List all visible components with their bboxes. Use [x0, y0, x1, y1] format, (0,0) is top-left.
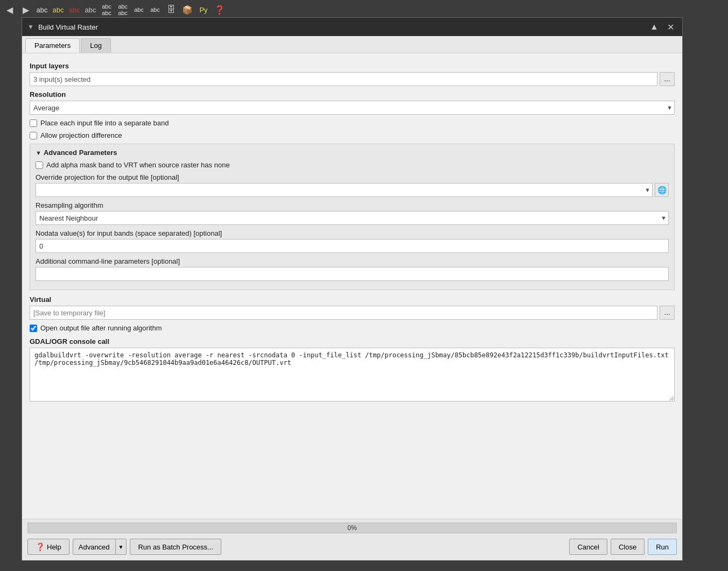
toolbar-icon-4[interactable]: abc [83, 2, 98, 17]
tab-log[interactable]: Log [81, 38, 111, 53]
progress-label: 0% [347, 524, 356, 532]
toolbar-icon-8[interactable]: abc [148, 2, 163, 17]
resampling-row: Nearest Neighbour Bilinear Cubic Cubic S… [36, 211, 669, 225]
close-window-button[interactable]: ✕ [664, 20, 677, 33]
input-layers-browse-button[interactable]: … [660, 72, 675, 86]
dialog-content: Input layers … Resolution Average Highes… [22, 53, 682, 519]
toolbar-icon-2[interactable]: abc [51, 2, 66, 17]
gdal-console-label: GDAL/OGR console call [30, 337, 675, 346]
alpha-mask-label[interactable]: Add alpha mask band to VRT when source r… [46, 161, 230, 169]
open-output-checkbox[interactable] [30, 325, 37, 332]
tab-bar: Parameters Log [22, 36, 682, 53]
virtual-row: … [30, 306, 675, 320]
dialog-window: ▼ Build Virtual Raster ▲ ✕ Parameters Lo… [22, 17, 683, 561]
resolution-select[interactable]: Average Highest Lowest User defined [30, 101, 675, 115]
virtual-label: Virtual [30, 295, 675, 304]
close-button[interactable]: Close [611, 539, 645, 555]
gdal-console-textarea[interactable]: gdalbuildvrt -overwrite -resolution aver… [30, 348, 675, 401]
select-crs-button[interactable]: 🌐 [655, 183, 669, 197]
collapse-icon: ▼ [27, 23, 34, 31]
resampling-select[interactable]: Nearest Neighbour Bilinear Cubic Cubic S… [36, 211, 669, 225]
input-layers-row: … [30, 72, 675, 86]
nodata-label: Nodata value(s) for input bands (space s… [36, 229, 669, 237]
forward-button[interactable]: ▶ [18, 2, 33, 17]
virtual-output-browse-button[interactable]: … [660, 306, 675, 320]
toolbar-icon-3[interactable]: abc [67, 2, 82, 17]
nodata-row [36, 239, 669, 253]
toolbar-icon-5[interactable]: abc abc [99, 2, 114, 17]
bottom-bar: 0% ❓ Help Advanced ▼ Run as Batch Proces… [22, 519, 682, 560]
tab-parameters[interactable]: Parameters [25, 38, 80, 53]
advanced-dropdown-arrow[interactable]: ▼ [115, 539, 127, 554]
advanced-button[interactable]: Advanced ▼ [73, 539, 127, 555]
cancel-button[interactable]: Cancel [569, 539, 607, 555]
back-button[interactable]: ◀ [2, 2, 17, 17]
separate-band-label[interactable]: Place each input file into a separate ba… [40, 119, 169, 127]
alpha-mask-checkbox[interactable] [36, 161, 43, 169]
input-layers-field[interactable] [30, 72, 657, 86]
toolbar: ◀ ▶ abc abc abc abc abc abc abc abc abc … [0, 0, 728, 19]
database-icon[interactable]: 🗄 [164, 2, 179, 17]
advanced-parameters-title: Advanced Parameters [44, 149, 117, 157]
help-icon: ❓ [36, 542, 45, 551]
dialog-title: Build Virtual Raster [38, 23, 643, 31]
separate-band-checkbox[interactable] [30, 119, 37, 127]
override-projection-select[interactable] [36, 183, 653, 197]
projection-diff-label[interactable]: Allow projection difference [40, 131, 122, 139]
override-projection-select-wrapper: ▼ [36, 183, 653, 197]
open-output-label[interactable]: Open output file after running algorithm [40, 324, 162, 332]
resolution-label: Resolution [30, 90, 675, 98]
override-projection-label: Override projection for the output file … [36, 173, 669, 181]
open-output-row: Open output file after running algorithm [30, 324, 675, 332]
titlebar-buttons: ▲ ✕ [648, 20, 677, 33]
override-projection-row: ▼ 🌐 [36, 183, 669, 197]
package-icon[interactable]: 📦 [180, 2, 195, 17]
run-button[interactable]: Run [648, 539, 677, 555]
separate-band-row: Place each input file into a separate ba… [30, 119, 675, 127]
minimize-button[interactable]: ▲ [648, 20, 661, 33]
help-toolbar-icon[interactable]: ❓ [212, 2, 227, 17]
progress-bar-row: 0% [22, 519, 682, 535]
advanced-collapse-arrow[interactable]: ▼ [36, 150, 41, 156]
projection-diff-row: Allow projection difference [30, 131, 675, 139]
gdal-section: GDAL/OGR console call gdalbuildvrt -over… [30, 337, 675, 403]
progress-bar: 0% [27, 523, 677, 533]
advanced-parameters-section: ▼ Advanced Parameters Add alpha mask ban… [30, 144, 675, 290]
dialog-titlebar: ▼ Build Virtual Raster ▲ ✕ [22, 18, 682, 36]
additional-cmd-input[interactable] [36, 267, 669, 281]
resolution-row: Average Highest Lowest User defined ▼ [30, 101, 675, 115]
help-button-label: Help [47, 543, 61, 551]
button-row: ❓ Help Advanced ▼ Run as Batch Process..… [22, 535, 682, 560]
projection-diff-checkbox[interactable] [30, 132, 37, 139]
batch-process-button[interactable]: Run as Batch Process... [130, 539, 221, 555]
virtual-output-field[interactable] [30, 306, 657, 320]
python-icon[interactable]: Py [196, 2, 211, 17]
advanced-parameters-header: ▼ Advanced Parameters [36, 149, 669, 157]
additional-cmd-row [36, 267, 669, 281]
input-layers-label: Input layers [30, 62, 675, 70]
nodata-input[interactable] [36, 239, 669, 253]
resolution-select-wrapper: Average Highest Lowest User defined ▼ [30, 101, 675, 115]
toolbar-icon-1[interactable]: abc [34, 2, 50, 17]
toolbar-icon-7[interactable]: abc [131, 2, 146, 17]
alpha-mask-row: Add alpha mask band to VRT when source r… [36, 161, 669, 169]
help-button[interactable]: ❓ Help [27, 539, 69, 555]
resampling-label: Resampling algorithm [36, 201, 669, 209]
toolbar-icon-6[interactable]: abc abc [115, 2, 130, 17]
advanced-button-main[interactable]: Advanced [73, 539, 115, 554]
resampling-select-wrapper: Nearest Neighbour Bilinear Cubic Cubic S… [36, 211, 669, 225]
additional-cmd-label: Additional command-line parameters [opti… [36, 257, 669, 265]
main-area: Input layers … Resolution Average Highes… [22, 53, 682, 519]
